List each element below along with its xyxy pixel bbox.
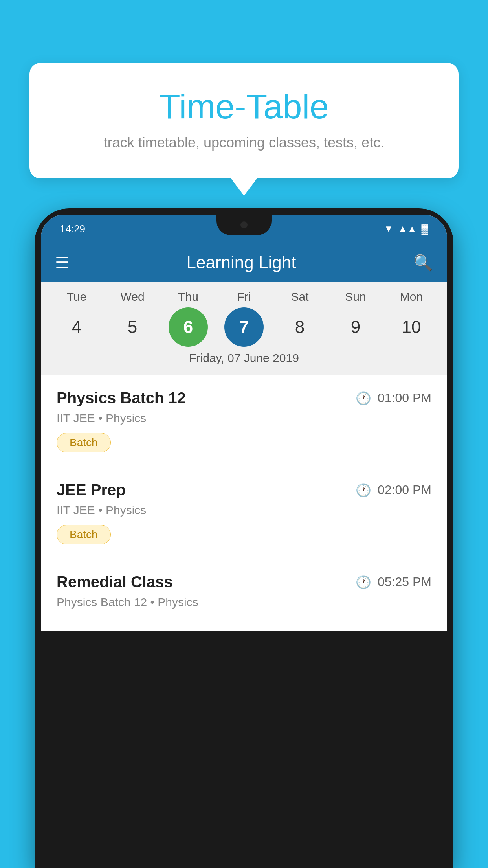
day-header-sat: Sat [280, 290, 319, 303]
clock-icon: 🕐 [356, 483, 371, 498]
phone-frame: 14:29 ▼ ▲▲ ▓ ☰ Learning Light 🔍 TueWedTh… [35, 208, 453, 868]
battery-icon: ▓ [422, 223, 429, 234]
schedule-time-1: 🕐02:00 PM [356, 483, 431, 498]
schedule-subtitle-0: IIT JEE • Physics [57, 412, 431, 425]
day-header-sun: Sun [336, 290, 375, 303]
calendar-strip: TueWedThuFriSatSunMon 45678910 Friday, 0… [41, 282, 447, 375]
app-title: Learning Light [82, 253, 401, 272]
search-icon[interactable]: 🔍 [413, 254, 433, 272]
day-header-thu: Thu [169, 290, 208, 303]
tooltip-card: Time-Table track timetable, upcoming cla… [29, 63, 459, 178]
day-numbers: 45678910 [41, 307, 447, 347]
clock-icon: 🕐 [356, 575, 371, 590]
tooltip-title: Time-Table [53, 86, 435, 127]
day-header-wed: Wed [113, 290, 152, 303]
camera-dot [240, 221, 248, 228]
schedule-title-2: Remedial Class [57, 573, 173, 591]
schedule-title-1: JEE Prep [57, 481, 126, 499]
day-number-9[interactable]: 9 [336, 307, 375, 347]
signal-icon: ▲▲ [398, 223, 417, 234]
batch-badge-1: Batch [57, 525, 111, 544]
status-icons: ▼ ▲▲ ▓ [384, 223, 428, 234]
schedule-item-1[interactable]: JEE Prep🕐02:00 PMIIT JEE • PhysicsBatch [41, 467, 447, 559]
schedule-subtitle-2: Physics Batch 12 • Physics [57, 596, 431, 609]
batch-badge-0: Batch [57, 433, 111, 452]
day-number-7[interactable]: 7 [224, 307, 264, 347]
schedule-time-2: 🕐05:25 PM [356, 575, 431, 590]
schedule-item-0[interactable]: Physics Batch 12🕐01:00 PMIIT JEE • Physi… [41, 375, 447, 467]
day-header-fri: Fri [224, 290, 264, 303]
phone-inner: 14:29 ▼ ▲▲ ▓ ☰ Learning Light 🔍 TueWedTh… [41, 215, 447, 631]
day-headers: TueWedThuFriSatSunMon [41, 290, 447, 303]
day-header-mon: Mon [392, 290, 431, 303]
day-number-4[interactable]: 4 [57, 307, 96, 347]
schedule-subtitle-1: IIT JEE • Physics [57, 504, 431, 517]
selected-date-label: Friday, 07 June 2019 [41, 347, 447, 371]
schedule-item-2[interactable]: Remedial Class🕐05:25 PMPhysics Batch 12 … [41, 559, 447, 631]
day-number-6[interactable]: 6 [169, 307, 208, 347]
day-header-tue: Tue [57, 290, 96, 303]
hamburger-icon[interactable]: ☰ [55, 255, 69, 270]
schedule-title-0: Physics Batch 12 [57, 389, 186, 407]
clock-icon: 🕐 [356, 391, 371, 406]
app-toolbar: ☰ Learning Light 🔍 [41, 243, 447, 282]
status-bar: 14:29 ▼ ▲▲ ▓ [41, 215, 447, 243]
day-number-10[interactable]: 10 [392, 307, 431, 347]
tooltip-subtitle: track timetable, upcoming classes, tests… [53, 134, 435, 151]
day-number-8[interactable]: 8 [280, 307, 319, 347]
schedule-time-0: 🕐01:00 PM [356, 391, 431, 406]
wifi-icon: ▼ [384, 223, 393, 234]
content-area: Physics Batch 12🕐01:00 PMIIT JEE • Physi… [41, 375, 447, 631]
day-number-5[interactable]: 5 [113, 307, 152, 347]
notch [216, 215, 272, 235]
status-time: 14:29 [60, 223, 85, 235]
